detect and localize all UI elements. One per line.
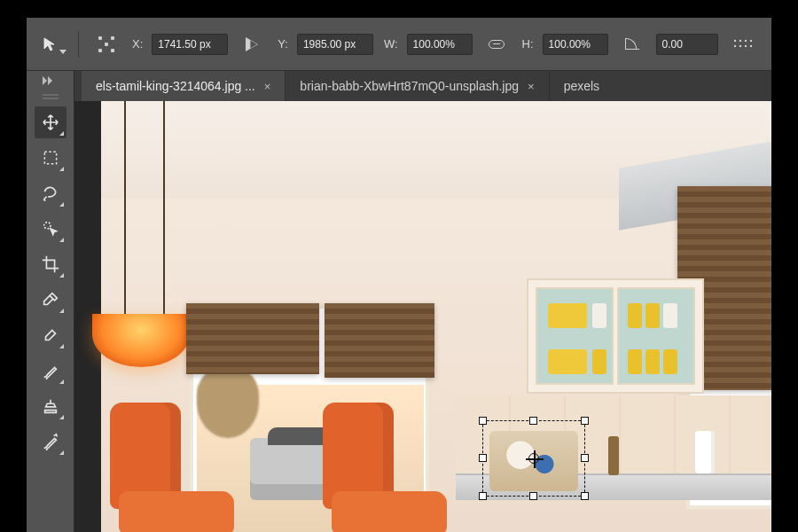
quick-selection-tool[interactable] [35, 213, 66, 245]
y-label: Y: [278, 37, 288, 51]
collapse-panels-button[interactable] [27, 71, 74, 101]
transform-handle[interactable] [581, 417, 589, 425]
history-brush-tool[interactable] [35, 426, 66, 458]
brush-tool[interactable] [35, 355, 66, 387]
image-content [527, 278, 704, 394]
document-tabs: els-tamil-king-3214064.jpg ... × brian-b… [74, 71, 771, 101]
interpolation-icon[interactable] [727, 32, 757, 57]
angle-field[interactable]: 0.00 [656, 34, 718, 55]
document-tab[interactable]: els-tamil-king-3214064.jpg ... × [82, 71, 286, 101]
move-tool[interactable] [35, 106, 66, 138]
y-field[interactable]: 1985.00 px [297, 34, 373, 55]
document-canvas[interactable] [101, 101, 771, 532]
close-icon[interactable]: × [528, 80, 535, 93]
transform-handle[interactable] [479, 417, 487, 425]
x-field[interactable]: 1741.50 px [152, 34, 228, 55]
transform-center-icon[interactable] [528, 453, 539, 464]
close-icon[interactable]: × [264, 80, 271, 93]
transform-handle[interactable] [581, 492, 589, 500]
image-content [110, 429, 216, 532]
image-content [325, 303, 434, 378]
image-content [608, 436, 619, 475]
image-content [163, 101, 165, 332]
photoshop-window: X: 1741.50 px Y: 1985.00 px W: 100.00% H… [27, 18, 771, 532]
tools-panel [27, 101, 74, 532]
transform-handle[interactable] [529, 417, 537, 425]
patch-tool[interactable] [35, 319, 66, 351]
angle-icon[interactable] [617, 32, 647, 57]
tab-label: pexels [564, 79, 599, 93]
w-field[interactable]: 100.00% [407, 34, 473, 55]
image-content [186, 303, 319, 374]
x-value: 1741.50 px [158, 38, 210, 51]
delta-icon[interactable] [237, 32, 267, 57]
options-bar: X: 1741.50 px Y: 1985.00 px W: 100.00% H… [27, 18, 771, 71]
image-content [124, 101, 126, 332]
marquee-tool[interactable] [35, 142, 66, 174]
angle-value: 0.00 [662, 38, 683, 51]
crop-tool[interactable] [35, 248, 66, 280]
svg-rect-0 [44, 152, 56, 163]
w-value: 100.00% [413, 38, 455, 51]
transform-cursor-icon[interactable] [35, 32, 66, 57]
w-label: W: [384, 37, 398, 51]
transform-bounding-box[interactable] [482, 420, 585, 497]
document-tab[interactable]: pexels [550, 71, 614, 101]
tab-label: brian-babb-XbwHrt87mQ0-unsplash.jpg [300, 79, 519, 93]
tab-label: els-tamil-king-3214064.jpg ... [96, 79, 255, 93]
image-content [197, 367, 259, 438]
x-label: X: [132, 37, 143, 51]
link-wh-icon[interactable] [481, 32, 512, 57]
lasso-tool[interactable] [35, 177, 66, 209]
document-tab[interactable]: brian-babb-XbwHrt87mQ0-unsplash.jpg × [286, 71, 549, 101]
transform-handle[interactable] [479, 492, 487, 500]
image-content [695, 431, 715, 473]
canvas-area[interactable] [74, 101, 771, 532]
transform-handle[interactable] [479, 454, 487, 462]
reference-point-icon[interactable] [91, 32, 121, 57]
transform-handle[interactable] [529, 492, 537, 500]
separator [78, 31, 79, 58]
transform-handle[interactable] [581, 454, 589, 462]
h-value: 100.00% [549, 38, 591, 51]
clone-stamp-tool[interactable] [35, 390, 66, 422]
h-label: H: [522, 37, 534, 51]
eyedropper-tool[interactable] [35, 284, 66, 316]
workspace [27, 101, 771, 532]
y-value: 1985.00 px [303, 38, 356, 51]
h-field[interactable]: 100.00% [543, 34, 608, 55]
document-tabs-strip: els-tamil-king-3214064.jpg ... × brian-b… [27, 71, 771, 101]
image-content [323, 429, 429, 532]
